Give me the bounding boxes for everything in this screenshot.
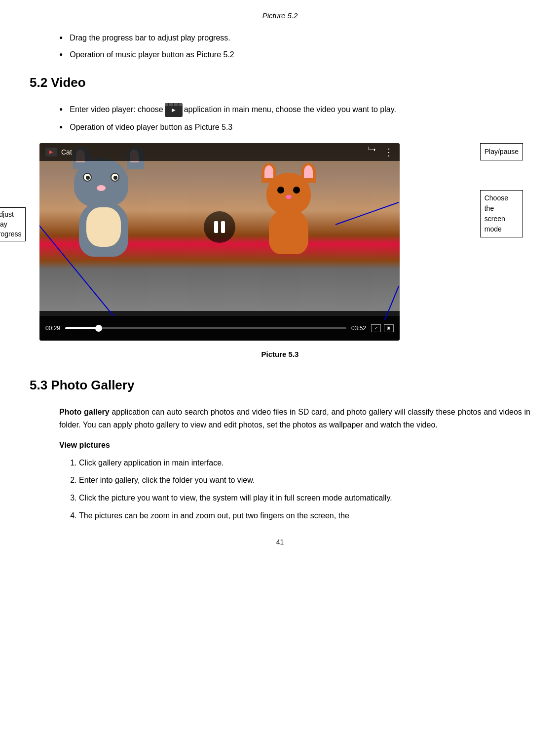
right-annotations: Play/pause Choosethescreenmode (480, 143, 523, 237)
page-number: 41 (30, 537, 530, 547)
screen-size-text: ⤢ (374, 325, 378, 332)
choose-screen-mode-label: Choosethescreenmode (480, 190, 523, 237)
time-start: 00:29 (45, 324, 60, 333)
tom-nose (97, 185, 106, 191)
picture-53-caption: Picture 5.3 (30, 348, 530, 360)
section-53: 5.3 Photo Gallery Photo gallery applicat… (30, 375, 530, 522)
tom-pupil-right (113, 176, 117, 180)
tom-belly (86, 207, 121, 247)
jerry-eye-right (293, 187, 300, 193)
video-top-bar: ▶ Cat ⮡ ⋮ (39, 143, 400, 161)
screen-mode-text: ▣ (387, 325, 391, 332)
video-top-right-controls[interactable]: ⮡ ⋮ (368, 144, 394, 160)
adjust-play-progress-label: Adjustplayprogress (0, 207, 26, 241)
video-bullet-2: Operation of video player button as Pict… (59, 121, 530, 134)
step-3: Click the picture you want to view, the … (79, 492, 530, 504)
jerry-inner-ear-right (304, 165, 313, 178)
time-end: 03:52 (351, 324, 366, 333)
screen-size-icon[interactable]: ⤢ (371, 324, 381, 332)
video-app-icon: ▶ (45, 148, 57, 156)
pause-bar-2 (221, 221, 225, 233)
progress-fill (65, 327, 99, 329)
screen-mode-icon[interactable]: ▣ (384, 324, 394, 332)
video-title: Cat (61, 147, 72, 157)
jerry-character (257, 173, 321, 262)
video-player-section: Adjustplayprogress Play/pause Choosethes… (39, 143, 432, 341)
jerry-inner-ear-left (264, 165, 273, 178)
jerry-eye-left (277, 187, 284, 193)
adjust-progress-box: Adjustplayprogress (0, 207, 26, 241)
video-bullets: Enter video player: choose application i… (59, 103, 530, 134)
section-52-video-heading: 5.2 Video (30, 73, 530, 93)
jerry-torso (269, 210, 308, 254)
progress-track[interactable] (65, 327, 346, 329)
section-53-body: Photo gallery application can auto searc… (59, 406, 530, 522)
view-pictures-steps: Click gallery application in main interf… (79, 457, 530, 522)
more-options-icon[interactable]: ⋮ (384, 144, 394, 160)
photo-gallery-intro: Photo gallery application can auto searc… (59, 406, 530, 431)
play-pause-label: Play/pause (480, 143, 523, 160)
pause-icon (214, 221, 225, 233)
page-title: Picture 5.2 (30, 10, 530, 22)
tom-head (74, 158, 128, 207)
tom-character (69, 158, 148, 267)
video-bullet-1: Enter video player: choose application i… (59, 103, 530, 117)
pause-bar-1 (214, 221, 218, 233)
jerry-head (266, 173, 311, 215)
pause-button[interactable] (204, 211, 235, 243)
video-content (39, 143, 400, 311)
video-frame[interactable]: ▶ Cat ⮡ ⋮ (39, 143, 400, 341)
tom-pupil-left (86, 176, 90, 180)
step-4: The pictures can be zoom in and zoom out… (79, 509, 530, 522)
bullet-item-2: Operation of music player button as Pict… (59, 48, 530, 61)
tom-eye-left (83, 173, 92, 182)
bottom-right-icons[interactable]: ⤢ ▣ (371, 324, 394, 332)
section-52-bullets: Drag the progress bar to adjust play pro… (59, 32, 530, 61)
section-53-heading: 5.3 Photo Gallery (30, 375, 530, 396)
bullet-item-1: Drag the progress bar to adjust play pro… (59, 32, 530, 44)
step-2: Enter into gallery, click the folder you… (79, 474, 530, 487)
progress-thumb[interactable] (95, 325, 102, 332)
video-player-icon (165, 103, 183, 117)
video-bottom-bar[interactable]: 00:29 03:52 ⤢ ▣ (39, 316, 400, 341)
share-icon[interactable]: ⮡ (368, 144, 376, 160)
jerry-nose (286, 195, 292, 199)
step-1: Click gallery application in main interf… (79, 457, 530, 469)
tom-eye-right (111, 173, 119, 182)
view-pictures-label: View pictures (59, 439, 530, 452)
